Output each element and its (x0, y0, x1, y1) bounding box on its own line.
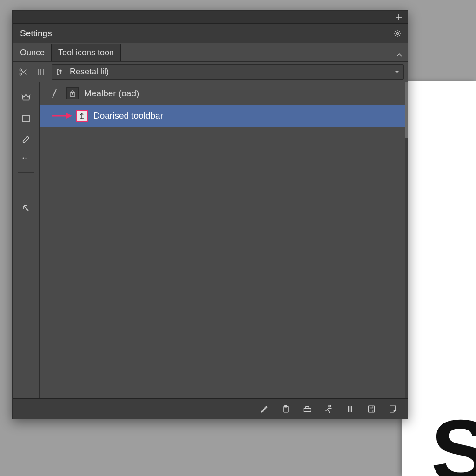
document-canvas: S (402, 81, 476, 476)
panel-body: Mealber (oad) Doarised tooldbar (13, 82, 408, 398)
preset-dropdown[interactable]: Resetal lil) (52, 64, 404, 80)
square-icon (21, 114, 31, 123)
save-icon (367, 404, 376, 414)
sidebar-item-brush[interactable] (20, 133, 33, 146)
scissors-icon (18, 67, 28, 77)
panel-titlebar (13, 11, 408, 24)
list-item[interactable]: Doarised tooldbar (40, 105, 405, 127)
align-button[interactable] (34, 65, 48, 79)
sidebar-item-crown[interactable] (20, 91, 33, 104)
list-item[interactable]: Mealber (oad) (40, 82, 405, 105)
svg-point-5 (25, 158, 26, 159)
scrollbar-thumb[interactable] (405, 82, 408, 138)
sidebar-separator (18, 172, 33, 173)
collapse-tabs-button[interactable] (391, 52, 408, 61)
chevron-up-icon (396, 52, 403, 59)
add-tab-button[interactable] (394, 12, 404, 22)
person-run-icon (324, 404, 334, 414)
brush-icon (21, 135, 31, 145)
footer-save-button[interactable] (365, 403, 378, 416)
note-icon (388, 404, 397, 414)
align-center-icon (36, 67, 46, 77)
slash-icon (48, 88, 61, 99)
toolbox-icon (302, 404, 312, 414)
panel-header: Settings (13, 24, 408, 43)
pause-icon (346, 405, 354, 413)
pointer-arrow-icon (50, 112, 73, 119)
svg-rect-9 (368, 406, 374, 412)
pencil-icon (260, 404, 269, 414)
footer-pencil-button[interactable] (258, 403, 271, 416)
list-item-label: Doarised tooldbar (93, 111, 163, 121)
footer-pause-button[interactable] (344, 403, 357, 416)
bag-arrow-icon (66, 87, 79, 99)
canvas-glyph: S (431, 406, 476, 476)
crown-icon (21, 92, 31, 102)
svg-point-2 (20, 73, 21, 75)
settings-title-tab[interactable]: Settings (13, 24, 60, 43)
tab-label: Ounce (20, 48, 45, 57)
footer-toolbox-button[interactable] (301, 403, 314, 416)
settings-panel: Settings Ounce Tool icons toon (12, 10, 408, 419)
scissors-tool-button[interactable] (16, 65, 30, 79)
list-item-label: Mealber (oad) (84, 88, 139, 99)
tab-tool-icons[interactable]: Tool icons toon (51, 44, 121, 61)
layers-list: Mealber (oad) Doarised tooldbar (40, 82, 408, 398)
sidebar-item-arrow-nw[interactable] (20, 202, 33, 215)
svg-point-8 (329, 405, 331, 407)
sidebar-item-dots[interactable] (20, 155, 33, 161)
svg-point-4 (22, 158, 24, 159)
tab-label: Tool icons toon (58, 48, 114, 57)
gear-icon (393, 29, 402, 38)
arrow-nw-icon (21, 204, 31, 213)
footer-clipboard-button[interactable] (279, 403, 292, 416)
scrollbar[interactable] (405, 82, 408, 398)
preset-dropdown-label: Resetal lil) (70, 67, 109, 77)
svg-rect-3 (23, 115, 29, 122)
panel-footer-toolbar (13, 398, 408, 419)
footer-person-run-button[interactable] (322, 403, 335, 416)
caret-down-icon (394, 69, 400, 75)
gear-button[interactable] (387, 24, 408, 43)
tabs-row: Ounce Tool icons toon (13, 43, 408, 62)
type-up-arrow-icon (76, 110, 88, 122)
tool-sidebar (13, 82, 40, 398)
footer-note-button[interactable] (386, 403, 399, 416)
preset-row: Resetal lil) (13, 62, 408, 82)
svg-point-1 (20, 69, 21, 71)
svg-point-0 (396, 32, 398, 34)
bracket-arrow-icon (56, 67, 65, 77)
tab-ounce[interactable]: Ounce (14, 44, 51, 61)
settings-title-label: Settings (20, 28, 52, 39)
sidebar-item-square[interactable] (20, 112, 33, 125)
clipboard-icon (281, 404, 291, 414)
dots-icon (22, 156, 30, 160)
